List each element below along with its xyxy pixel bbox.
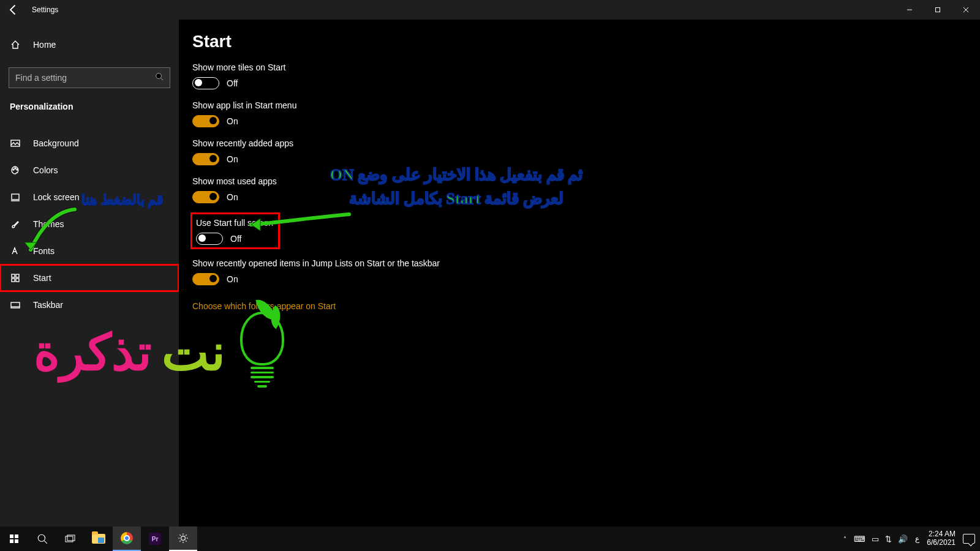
close-button[interactable] [952, 0, 980, 20]
svg-rect-13 [16, 274, 19, 277]
svg-rect-10 [12, 194, 19, 200]
volume-icon[interactable]: 🔊 [898, 534, 908, 544]
toggle-state: On [227, 192, 238, 202]
maximize-button[interactable] [924, 0, 952, 20]
setting-label: Show app list in Start menu [192, 100, 967, 110]
title-bar: Settings [0, 0, 980, 20]
svg-line-5 [161, 78, 164, 81]
setting-recent-apps: Show recently added apps On [192, 138, 967, 165]
taskbar-explorer[interactable] [85, 527, 113, 551]
sidebar-item-label: Themes [33, 219, 64, 229]
setting-jump-lists: Show recently opened items in Jump Lists… [192, 258, 967, 285]
toggle-app-list[interactable] [192, 115, 219, 127]
settings-content: Start Show more tiles on Start Off Show … [179, 20, 980, 527]
toggle-most-used[interactable] [192, 191, 219, 203]
sidebar-nav: Background Colors Lock screen Themes Fon… [0, 130, 179, 318]
home-nav[interactable]: Home [0, 31, 179, 59]
svg-rect-15 [16, 279, 19, 282]
taskbar-premiere[interactable]: Pr [141, 527, 169, 551]
settings-sidebar: Home Personalization Background Colors L… [0, 20, 179, 527]
setting-full-screen: Use Start full screen Off [192, 214, 967, 247]
svg-point-9 [17, 169, 18, 170]
choose-folders-link[interactable]: Choose which folders appear on Start [192, 301, 336, 311]
caption-buttons [895, 0, 980, 20]
toggle-state: Off [227, 78, 238, 88]
svg-rect-23 [15, 539, 18, 543]
action-center-icon[interactable] [963, 534, 975, 544]
svg-line-25 [44, 541, 47, 544]
setting-app-list: Show app list in Start menu On [192, 100, 967, 127]
taskbar-right: ˄ ⌨ ▭ ⇅ 🔊 ع 2:24 AM 6/6/2021 [843, 530, 980, 547]
sidebar-item-start[interactable]: Start [0, 264, 179, 291]
taskbar-settings[interactable] [169, 527, 197, 551]
page-title: Start [192, 32, 967, 51]
taskbar-clock[interactable]: 2:24 AM 6/6/2021 [927, 530, 956, 547]
clock-time: 2:24 AM [927, 530, 956, 539]
svg-point-8 [15, 168, 16, 169]
palette-icon [10, 165, 21, 176]
search-input[interactable] [15, 73, 155, 83]
premiere-icon: Pr [149, 533, 161, 545]
font-icon [10, 246, 21, 257]
start-grid-icon [10, 272, 21, 283]
toggle-jump-lists[interactable] [192, 273, 219, 285]
sidebar-item-themes[interactable]: Themes [0, 211, 179, 238]
battery-icon[interactable]: ▭ [872, 534, 879, 544]
chrome-icon [121, 532, 133, 544]
sidebar-item-taskbar[interactable]: Taskbar [0, 291, 179, 318]
sidebar-item-lockscreen[interactable]: Lock screen [0, 184, 179, 211]
keyboard-lang-icon[interactable]: ⌨ [854, 534, 865, 544]
setting-label: Show recently added apps [192, 138, 967, 148]
sidebar-item-label: Background [33, 138, 79, 148]
svg-rect-12 [12, 274, 15, 277]
sidebar-item-colors[interactable]: Colors [0, 157, 179, 184]
sidebar-item-label: Taskbar [33, 300, 63, 310]
svg-point-4 [156, 73, 162, 79]
svg-rect-26 [66, 536, 73, 542]
sidebar-item-label: Lock screen [33, 192, 79, 202]
setting-most-used: Show most used apps On [192, 176, 967, 203]
lock-screen-icon [10, 192, 21, 203]
home-label: Home [33, 40, 56, 50]
setting-label: Show most used apps [192, 176, 967, 186]
tray-overflow-icon[interactable]: ˄ [843, 536, 846, 542]
setting-more-tiles: Show more tiles on Start Off [192, 62, 967, 89]
app-title: Settings [32, 6, 58, 14]
back-button[interactable] [7, 4, 20, 16]
toggle-recent-apps[interactable] [192, 153, 219, 165]
svg-rect-21 [15, 534, 18, 538]
task-view-button[interactable] [56, 527, 85, 551]
start-button[interactable] [0, 527, 28, 551]
sidebar-item-fonts[interactable]: Fonts [0, 238, 179, 264]
taskbar: Pr ˄ ⌨ ▭ ⇅ 🔊 ع 2:24 AM 6/6/2021 [0, 527, 980, 551]
svg-point-7 [13, 169, 14, 170]
toggle-more-tiles[interactable] [192, 77, 219, 89]
toggle-state: Off [230, 234, 241, 244]
sidebar-item-background[interactable]: Background [0, 130, 179, 157]
svg-point-24 [38, 534, 45, 541]
taskbar-search-button[interactable] [28, 527, 56, 551]
taskbar-icon [10, 299, 21, 310]
sidebar-item-label: Colors [33, 165, 58, 175]
svg-rect-1 [936, 8, 940, 12]
setting-label: Show recently opened items in Jump Lists… [192, 258, 967, 268]
sidebar-item-label: Fonts [33, 246, 55, 256]
search-box[interactable] [9, 67, 170, 88]
toggle-state: On [227, 154, 238, 164]
toggle-full-screen[interactable] [196, 233, 223, 245]
setting-label: Show more tiles on Start [192, 62, 967, 72]
search-icon [155, 72, 164, 83]
svg-point-28 [181, 536, 186, 541]
svg-rect-27 [67, 535, 75, 541]
toggle-state: On [227, 116, 238, 126]
clock-date: 6/6/2021 [927, 539, 956, 547]
setting-label: Use Start full screen [196, 218, 273, 228]
toggle-state: On [227, 274, 238, 284]
brush-icon [10, 219, 21, 230]
svg-rect-14 [12, 279, 15, 282]
minimize-button[interactable] [895, 0, 924, 20]
taskbar-chrome[interactable] [113, 527, 141, 551]
folder-icon [92, 534, 105, 544]
wifi-icon[interactable]: ⇅ [885, 534, 892, 544]
input-language[interactable]: ع [915, 534, 919, 543]
